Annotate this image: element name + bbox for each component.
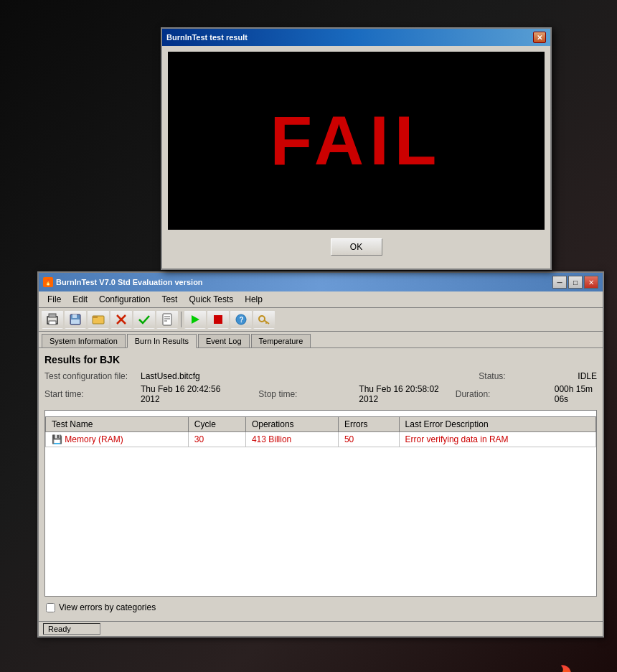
modal-overlay: BurnInTest test result ✕ FAIL OK bbox=[0, 0, 617, 672]
fail-text: FAIL bbox=[270, 101, 443, 180]
fail-display-area: FAIL bbox=[168, 52, 545, 230]
modal-content: FAIL OK bbox=[162, 46, 550, 269]
ok-button[interactable]: OK bbox=[331, 238, 382, 256]
modal-close-button[interactable]: ✕ bbox=[533, 32, 546, 43]
modal-titlebar: BurnInTest test result ✕ bbox=[162, 29, 550, 46]
modal-button-area: OK bbox=[168, 230, 545, 263]
test-result-dialog: BurnInTest test result ✕ FAIL OK bbox=[161, 27, 552, 270]
modal-title: BurnInTest test result bbox=[166, 33, 248, 42]
